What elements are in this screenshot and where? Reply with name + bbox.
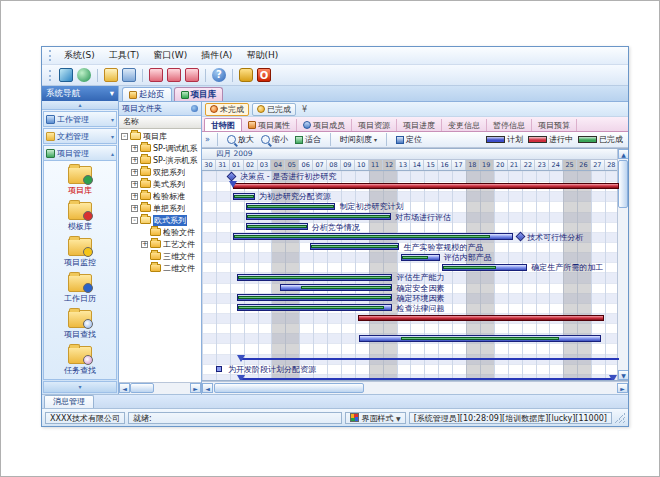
filter-extra-button[interactable]: ¥	[299, 105, 310, 114]
tree-hscroll-thumb[interactable]	[130, 383, 154, 393]
menu-system[interactable]: 系统(S)	[57, 47, 102, 64]
note-square[interactable]	[216, 366, 222, 372]
task-bar[interactable]	[233, 193, 255, 200]
task-bar[interactable]	[246, 223, 307, 230]
sidebar-bottom-group[interactable]: ▾	[43, 381, 117, 393]
sidebar-item-1[interactable]: 模板库	[68, 202, 92, 232]
tree-node[interactable]: 三维文件	[119, 250, 201, 262]
schedule-icon[interactable]	[167, 68, 181, 82]
task-bar[interactable]	[359, 335, 601, 342]
sidebar-item-3[interactable]: 工作日历	[64, 274, 96, 304]
help-icon[interactable]: ?	[212, 68, 226, 82]
expander-minus-icon[interactable]: -	[121, 133, 128, 140]
gantt-hscrollbar[interactable]: ◄ ►	[202, 381, 628, 394]
sidebar-group-0[interactable]: 工作管理▾	[43, 111, 117, 127]
task-bar[interactable]	[237, 304, 393, 311]
sidebar-item-5[interactable]: 任务查找	[64, 346, 96, 376]
zoom-in-button[interactable]: 放大	[225, 134, 256, 145]
task-bar[interactable]	[280, 284, 393, 291]
task-bar[interactable]	[442, 264, 527, 271]
scroll-up-icon[interactable]: ▲	[618, 149, 628, 159]
expander-plus-icon[interactable]: +	[131, 169, 138, 176]
tree-node[interactable]: -欧式系列	[119, 214, 201, 226]
task-bar[interactable]	[237, 274, 393, 281]
sidebar-group-2[interactable]: 项目管理▴	[43, 145, 117, 161]
tab-pause-info[interactable]: 暂停信息	[487, 119, 532, 131]
mail-icon[interactable]	[149, 68, 163, 82]
gantt-hscroll-thumb[interactable]	[214, 383, 364, 393]
tree-node[interactable]: +工艺文件	[119, 238, 201, 250]
pin-icon[interactable]	[191, 105, 198, 112]
tab-project-budget[interactable]: 项目预算	[532, 119, 577, 131]
task-bar[interactable]	[237, 294, 393, 301]
expander-plus-icon[interactable]: +	[131, 145, 138, 152]
scroll-right-icon[interactable]: ►	[190, 383, 201, 393]
milestone-diamond[interactable]	[227, 171, 237, 181]
task-bar[interactable]	[233, 233, 514, 240]
tab-project-resources[interactable]: 项目资源	[352, 119, 397, 131]
ui-style-button[interactable]: 界面样式 ▼	[345, 412, 405, 424]
sidebar-options-icon[interactable]: ▾	[110, 86, 114, 101]
tab-project-properties[interactable]: 项目属性	[242, 119, 297, 131]
tree-node[interactable]: +单把系列	[119, 202, 201, 214]
zoom-out-button[interactable]: 缩小	[259, 134, 290, 145]
tab-message-management[interactable]: 消息管理	[44, 395, 94, 408]
folder-window-icon[interactable]	[104, 68, 118, 82]
task-bar[interactable]	[401, 254, 440, 261]
incomplete-filter-button[interactable]: 未完成	[205, 103, 249, 116]
tab-gantt[interactable]: 甘特图	[204, 118, 242, 131]
report-icon[interactable]	[185, 68, 199, 82]
tab-project-library[interactable]: 项目库	[174, 87, 224, 101]
summary-bar[interactable]	[233, 183, 619, 189]
tree-node[interactable]: -项目库	[119, 130, 201, 142]
menu-tools[interactable]: 工具(T)	[102, 47, 147, 64]
fit-button[interactable]: 适合	[293, 134, 323, 145]
expander-plus-icon[interactable]: +	[131, 181, 138, 188]
resize-grip[interactable]	[615, 413, 625, 423]
menu-window[interactable]: 窗口(W)	[146, 47, 194, 64]
expander-plus-icon[interactable]: +	[131, 193, 138, 200]
menu-help[interactable]: 帮助(H)	[239, 47, 285, 64]
tree-node[interactable]: 二维文件	[119, 262, 201, 274]
sidebar-item-0[interactable]: 项目库	[68, 166, 92, 196]
stop-icon[interactable]: O	[257, 68, 271, 82]
task-bar[interactable]	[246, 213, 391, 220]
milestone-diamond[interactable]	[516, 232, 526, 242]
chevron-up-icon[interactable]: ▴	[111, 150, 114, 157]
task-bar[interactable]	[310, 243, 399, 250]
expander-minus-icon[interactable]: -	[131, 217, 138, 224]
tree-hscrollbar[interactable]: ◄ ►	[119, 382, 201, 394]
summary-line[interactable]	[241, 378, 614, 380]
chevron-down-icon[interactable]: ▾	[111, 116, 114, 123]
complete-filter-button[interactable]: 已完成	[252, 103, 296, 116]
scroll-right-icon[interactable]: ►	[617, 383, 628, 393]
tab-project-members[interactable]: 项目成员	[297, 119, 352, 131]
gantt-vscroll-thumb[interactable]	[618, 160, 628, 208]
tab-project-progress[interactable]: 项目进度	[397, 119, 442, 131]
tree-node[interactable]: +双把系列	[119, 166, 201, 178]
tree-node[interactable]: +美式系列	[119, 178, 201, 190]
expander-plus-icon[interactable]: +	[131, 205, 138, 212]
scroll-left-icon[interactable]: ◄	[202, 383, 213, 393]
tab-start-page[interactable]: 起始页	[122, 87, 172, 101]
computer-icon[interactable]	[59, 68, 73, 82]
sidebar-item-2[interactable]: 项目监控	[64, 238, 96, 268]
task-bar[interactable]	[246, 203, 335, 210]
tree-node[interactable]: +检验标准	[119, 190, 201, 202]
timescale-button[interactable]: 时间刻度▾	[338, 134, 379, 145]
chevron-down-icon[interactable]: ▾	[111, 133, 114, 140]
menu-plugins[interactable]: 插件(A)	[194, 47, 239, 64]
locate-button[interactable]: 定位	[394, 134, 424, 145]
expander-plus-icon[interactable]: +	[141, 241, 148, 248]
tab-change-info[interactable]: 变更信息	[442, 119, 487, 131]
sidebar-item-4[interactable]: 项目查找	[64, 310, 96, 340]
scroll-down-icon[interactable]: ▼	[618, 370, 628, 380]
tree-node[interactable]: +SP-演示机系	[119, 154, 201, 166]
scroll-left-icon[interactable]: ◄	[119, 383, 130, 393]
chart-window-icon[interactable]	[122, 68, 136, 82]
lock-icon[interactable]	[239, 68, 253, 82]
toolbar-overflow-icon[interactable]: »	[205, 135, 210, 144]
sidebar-collapse-strip[interactable]: ▴	[42, 101, 118, 110]
sidebar-group-1[interactable]: 文档管理▾	[43, 128, 117, 144]
summary-bar[interactable]	[358, 315, 604, 321]
